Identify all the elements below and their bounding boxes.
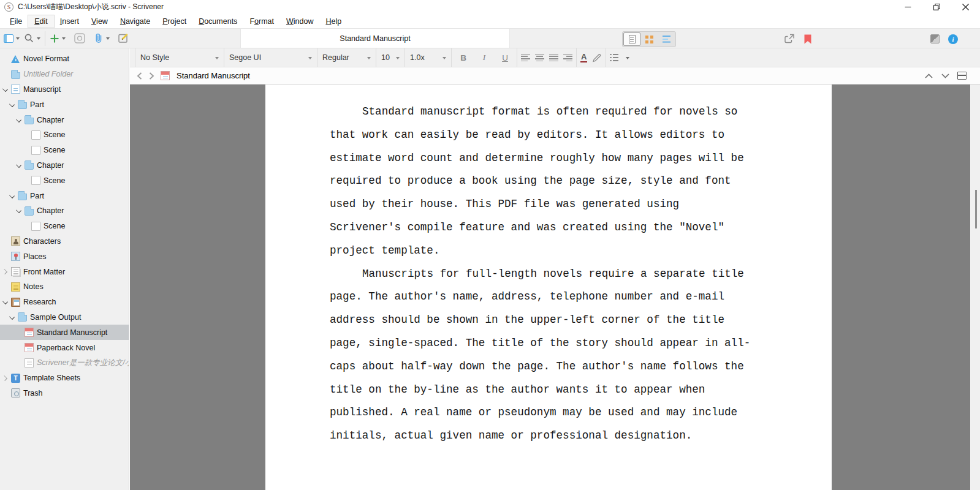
chevron-right-icon[interactable] [2,375,8,381]
pdf-file-icon [161,71,170,80]
menu-item-help[interactable]: Help [319,15,348,28]
binder-item-characters[interactable]: Characters [0,234,129,249]
italic-button[interactable]: I [476,53,492,62]
editor-document-title[interactable]: Standard Manuscript [177,71,250,80]
chevron-down-icon[interactable] [15,117,21,123]
restore-button[interactable] [922,0,951,14]
previous-document-icon[interactable] [924,73,933,79]
chevron-spacer [2,284,8,290]
trash-icon[interactable] [74,33,85,43]
menu-item-documents[interactable]: Documents [192,15,243,28]
close-button[interactable] [951,0,980,14]
binder-item-label: Scrivener是一款专业论文/小... [37,358,129,368]
binder-item-paperback-novel[interactable]: Paperback Novel [0,340,129,355]
menu-item-edit[interactable]: Edit [28,15,54,28]
menu-item-view[interactable]: View [85,15,114,28]
text-color-button[interactable]: A [580,53,587,62]
binder-item-untitled-folder[interactable]: Untitled Folder [0,67,129,82]
forward-arrow-icon[interactable] [148,72,155,80]
bookmark-button[interactable] [804,29,811,49]
menu-item-window[interactable]: Window [280,15,319,28]
bullet-list-icon[interactable] [610,54,618,61]
font-size-dropdown[interactable]: 10 [376,48,405,67]
next-document-icon[interactable] [941,73,950,79]
menu-item-navigate[interactable]: Navigate [114,15,156,28]
search-dropdown-caret[interactable] [37,37,40,42]
binder-item-sample-output[interactable]: Sample Output [0,310,129,325]
binder-item-scene[interactable]: Scene [0,173,129,188]
underline-button[interactable]: U [497,53,513,62]
align-right-icon[interactable] [563,54,572,62]
editor-scrollbar-thumb[interactable] [975,190,977,228]
chevron-down-icon[interactable] [2,299,8,305]
share-button[interactable] [784,29,795,49]
binder-item-chapter[interactable]: Chapter [0,112,129,127]
binder-item-chapter[interactable]: Chapter [0,203,129,219]
inspector-button[interactable]: i [948,29,958,49]
bold-button[interactable]: B [455,53,471,62]
highlight-pen-icon[interactable] [592,53,602,62]
binder-item-scene[interactable]: Scene [0,143,129,158]
binder-item-notes[interactable]: Notes [0,279,129,295]
menu-item-file[interactable]: File [4,15,28,28]
align-justify-icon[interactable] [549,54,558,62]
line-spacing-dropdown[interactable]: 1.0x [405,48,452,67]
binder-item-places[interactable]: Places [0,249,129,264]
binder-item-label: Chapter [37,161,64,170]
paperclip-dropdown-caret[interactable] [106,37,110,42]
binder-item-part[interactable]: Part [0,188,129,203]
binder-item-trash[interactable]: Trash [0,386,129,401]
binder-item-standard-manuscript[interactable]: Standard Manuscript [0,325,129,340]
chevron-down-icon[interactable] [2,86,8,92]
align-center-icon[interactable] [535,54,544,62]
binder-item-label: Novel Format [23,55,69,63]
toolbar-document-tab[interactable]: Standard Manuscript [240,29,510,48]
align-left-icon[interactable] [521,54,530,62]
binder-item-front-matter[interactable]: Front Matter [0,264,129,279]
menu-item-project[interactable]: Project [156,15,192,28]
font-dropdown[interactable]: Segoe UI [224,48,317,67]
binder-item-scrivener-[interactable]: Scrivener是一款专业论文/小... [0,355,129,371]
chevron-down-icon[interactable] [9,193,15,199]
binder-panel-dropdown-caret[interactable] [16,37,20,42]
binder-item-research[interactable]: Research [0,295,129,310]
chevron-down-icon[interactable] [15,208,21,214]
menu-item-insert[interactable]: Insert [54,15,85,28]
back-arrow-icon[interactable] [136,72,143,80]
document-view-button[interactable] [623,32,640,46]
chevron-down-icon[interactable] [9,102,15,108]
add-icon[interactable] [50,34,59,43]
binder-item-part[interactable]: Part [0,97,129,112]
split-editor-icon[interactable] [957,72,967,80]
manuscript-icon [11,85,20,94]
add-dropdown-caret[interactable] [62,37,66,42]
compose-icon[interactable] [118,33,129,43]
binder-item-scene[interactable]: Scene [0,219,129,234]
document-page[interactable]: Standard manuscript format is often requ… [265,85,832,490]
minimize-button[interactable] [894,0,922,14]
folder-icon [25,115,34,124]
search-icon[interactable] [24,33,34,43]
binder-item-manuscript[interactable]: Manuscript [0,82,129,97]
editor-scrollbar-track[interactable] [970,85,980,490]
font-variant-dropdown[interactable]: Regular [317,48,376,67]
chevron-right-icon[interactable] [2,269,8,275]
doc-text-icon [25,358,34,368]
style-dropdown[interactable]: No Style [135,48,224,67]
corkboard-view-button[interactable] [640,32,658,46]
compose-mode-button[interactable] [930,29,940,49]
list-dropdown-caret[interactable] [626,57,629,61]
outliner-view-button[interactable] [658,32,675,46]
paperclip-icon[interactable] [94,32,104,44]
binder-item-novel-format[interactable]: Novel Format [0,51,129,67]
editor-header: Standard Manuscript [130,67,980,85]
binder-item-chapter[interactable]: Chapter [0,158,129,173]
document-line: initials, actual given name or professio… [330,424,832,448]
menu-item-format[interactable]: Format [243,15,280,28]
chevron-down-icon [443,57,446,61]
chevron-down-icon[interactable] [9,314,15,320]
binder-item-template-sheets[interactable]: Template Sheets [0,371,129,386]
chevron-down-icon[interactable] [15,162,21,168]
binder-panel-toggle-icon[interactable] [4,34,13,43]
binder-item-scene[interactable]: Scene [0,127,129,143]
